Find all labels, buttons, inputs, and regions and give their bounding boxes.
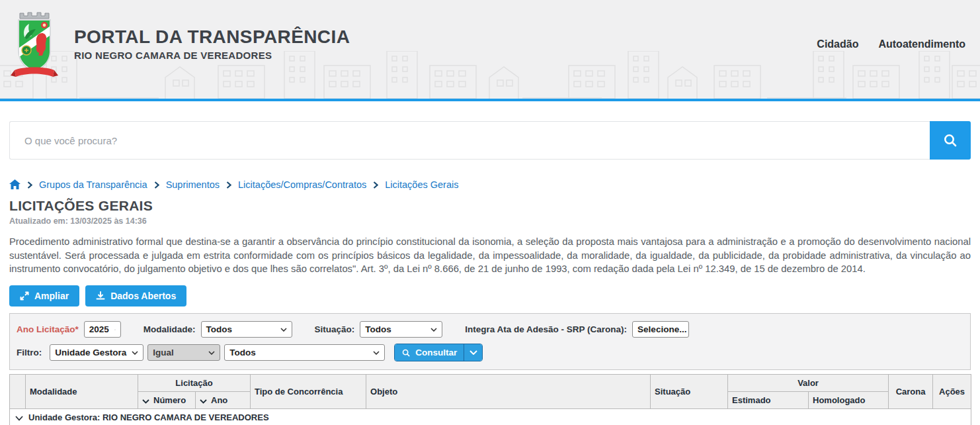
- action-buttons: Ampliar Dados Abertos: [9, 285, 971, 307]
- filtro-label: Filtro:: [17, 348, 42, 357]
- situacao-select[interactable]: Todos: [360, 321, 442, 338]
- chevron-right-icon: [373, 181, 378, 189]
- collapse-chevron-icon[interactable]: [15, 413, 23, 423]
- breadcrumb-licitacoes-compras[interactable]: Licitações/Compras/Contratos: [238, 179, 366, 190]
- col-homologado: Homologado: [809, 392, 889, 409]
- sort-chevron-icon[interactable]: [142, 399, 149, 404]
- chevron-down-icon: [208, 351, 215, 355]
- top-nav: Cidadão Autoatendimento: [817, 38, 965, 50]
- ano-licitacao-label: Ano Licitação*: [17, 324, 79, 334]
- modalidade-select[interactable]: Todos: [201, 321, 292, 338]
- search-input[interactable]: [9, 121, 930, 160]
- col-modalidade: Modalidade: [26, 375, 138, 409]
- col-ano[interactable]: Ano: [196, 392, 251, 409]
- site-header: PORTAL DA TRANSPARÊNCIA RIO NEGRO CAMARA…: [0, 0, 980, 101]
- filtro-valor-select[interactable]: Todos: [224, 344, 385, 361]
- chevron-down-icon: [280, 328, 287, 332]
- breadcrumb: Grupos da Transparência Suprimentos Lici…: [9, 179, 971, 190]
- table-group-row[interactable]: Unidade Gestora: RIO NEGRO CAMARA DE VER…: [10, 409, 971, 425]
- breadcrumb-grupos[interactable]: Grupos da Transparência: [39, 179, 147, 190]
- col-situacao: Situação: [651, 375, 728, 409]
- col-objeto: Objeto: [366, 375, 651, 409]
- chevron-right-icon: [27, 181, 32, 189]
- nav-autoatendimento[interactable]: Autoatendimento: [878, 38, 965, 50]
- chevron-down-icon: [132, 351, 138, 355]
- col-expand: [10, 375, 26, 409]
- chevron-down-icon: [373, 351, 380, 355]
- col-tipo-concorrencia: Tipo de Concorrência: [251, 375, 366, 409]
- filter-panel: Ano Licitação* 2025 Modalidade: Todos Si…: [9, 313, 971, 370]
- filtro-campo-select[interactable]: Unidade Gestora: [50, 344, 143, 361]
- consultar-dropdown-toggle[interactable]: [464, 344, 482, 361]
- filtro-operador-select[interactable]: Igual: [147, 344, 220, 361]
- search-bar: [9, 121, 971, 160]
- chevron-down-icon: [430, 328, 437, 332]
- col-carona: Carona: [889, 375, 933, 409]
- integra-ata-label: Integra Ata de Adesão - SRP (Carona):: [465, 324, 627, 334]
- page-title: LICITAÇÕES GERAIS: [9, 198, 971, 214]
- chevron-down-icon: [114, 328, 116, 332]
- ano-licitacao-select[interactable]: 2025: [84, 321, 121, 338]
- consultar-button[interactable]: Consultar: [395, 344, 464, 361]
- home-icon: [9, 179, 20, 190]
- search-icon: [401, 348, 411, 357]
- group-row-label: Unidade Gestora: RIO NEGRO CAMARA DE VER…: [28, 412, 269, 422]
- col-acoes: Ações: [933, 375, 971, 409]
- chevron-down-icon: [470, 350, 477, 355]
- search-icon: [942, 132, 958, 148]
- licitacoes-table: Modalidade Licitação Tipo de Concorrênci…: [9, 374, 971, 425]
- col-numero[interactable]: Número: [138, 392, 196, 409]
- col-estimado: Estimado: [728, 392, 809, 409]
- integra-ata-select[interactable]: Selecione...: [632, 321, 689, 338]
- download-icon: [96, 291, 105, 301]
- breadcrumb-licitacoes-gerais[interactable]: Licitações Gerais: [385, 179, 458, 190]
- updated-timestamp: Atualizado em: 13/03/2025 às 14:36: [9, 216, 971, 226]
- page-description: Procedimento administrativo formal que d…: [9, 235, 971, 276]
- ampliar-button[interactable]: Ampliar: [9, 285, 79, 307]
- portal-subtitle: RIO NEGRO CAMARA DE VEREADORES: [74, 50, 350, 61]
- chevron-right-icon: [226, 181, 231, 189]
- portal-title: PORTAL DA TRANSPARÊNCIA: [74, 26, 350, 48]
- chevron-right-icon: [154, 181, 159, 189]
- sort-chevron-icon[interactable]: [200, 399, 207, 404]
- consultar-split-button: Consultar: [394, 344, 483, 361]
- situacao-label: Situação:: [315, 324, 355, 334]
- dados-abertos-button[interactable]: Dados Abertos: [85, 285, 186, 307]
- nav-cidadao[interactable]: Cidadão: [817, 38, 858, 50]
- col-group-licitacao: Licitação: [138, 375, 251, 392]
- col-group-valor: Valor: [728, 375, 889, 392]
- expand-icon: [20, 291, 29, 301]
- breadcrumb-home[interactable]: [9, 179, 20, 190]
- modalidade-label: Modalidade:: [143, 324, 196, 334]
- breadcrumb-suprimentos[interactable]: Suprimentos: [166, 179, 220, 190]
- search-button[interactable]: [930, 121, 971, 160]
- coat-of-arms-logo: [9, 9, 60, 82]
